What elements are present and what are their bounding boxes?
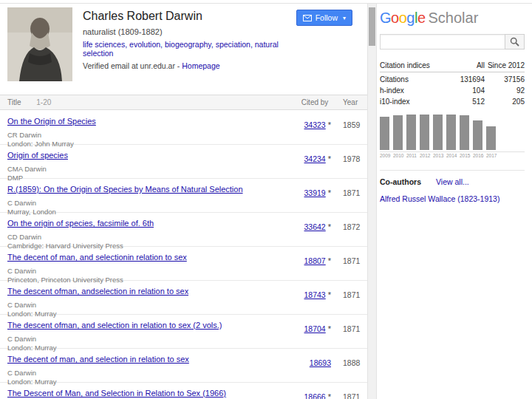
interest-link[interactable]: life sciences xyxy=(83,40,125,49)
publication-authors: C Darwin xyxy=(7,369,367,377)
publication-title-link[interactable]: The Descent of Man, and Selection in Rel… xyxy=(7,389,226,398)
histogram-bar xyxy=(473,120,482,150)
cited-by-link[interactable]: 18807 xyxy=(304,256,326,265)
interest-link[interactable]: speciation xyxy=(216,40,250,49)
interest-link[interactable]: evolution xyxy=(129,40,160,49)
publication-row: The decent of man, and selectionin relat… xyxy=(0,247,367,281)
histogram-bar-column xyxy=(433,115,443,150)
main-content: Charles Robert Darwin naturalist (1809-1… xyxy=(0,4,367,399)
profile-photo xyxy=(7,7,72,81)
search-button[interactable] xyxy=(505,34,525,50)
histogram-year-label: 2012 xyxy=(420,153,429,158)
publication-row: Origin of speciesCMA DarwinDMP34234*1978 xyxy=(0,145,367,179)
histogram-year-label: 2017 xyxy=(486,153,496,158)
publication-year: 1871 xyxy=(343,188,360,197)
cited-by-cell: 34323* xyxy=(290,120,331,129)
year-column-header[interactable]: Year xyxy=(343,95,358,109)
publication-row: The decent of man, and selection in rela… xyxy=(0,349,367,383)
histogram-year-label: 2016 xyxy=(473,153,482,158)
scholar-wordmark: Scholar xyxy=(429,10,479,26)
histogram-bar xyxy=(486,126,496,150)
profile-interests: life sciences, evolution, biogeography, … xyxy=(83,40,304,58)
publication-row: On the origin of species, facsimile of. … xyxy=(0,213,367,247)
view-all-link[interactable]: View all... xyxy=(436,177,469,186)
publication-year: 1871 xyxy=(343,290,360,299)
citation-indices-title: Citation indices xyxy=(380,61,451,69)
publication-title-link[interactable]: The descent ofman, andselection in relat… xyxy=(7,287,188,296)
histogram-bar xyxy=(380,117,389,150)
histogram-bar xyxy=(460,115,469,150)
histogram-year-labels: 200920102011201220132014201520162017 xyxy=(380,151,525,158)
scrollbar[interactable] xyxy=(367,4,377,399)
cited-by-link[interactable]: 18704 xyxy=(304,324,326,333)
h-index-all: 104 xyxy=(451,86,485,95)
histogram-year-label: 2015 xyxy=(460,153,469,158)
cited-by-link[interactable]: 34323 xyxy=(304,120,326,129)
citations-row: Citations 131694 37156 xyxy=(380,72,525,83)
cited-by-link[interactable]: 33919 xyxy=(304,188,326,197)
google-scholar-logo: GoogleScholar xyxy=(380,10,525,27)
publication-authors: CMA Darwin xyxy=(7,165,367,173)
cited-by-cell: 18807* xyxy=(290,256,331,265)
publication-title-link[interactable]: On the Origin of Species xyxy=(7,117,96,126)
publication-authors: CD Darwin xyxy=(7,233,367,241)
profile-info: Charles Robert Darwin naturalist (1809-1… xyxy=(83,10,304,70)
homepage-link[interactable]: Homepage xyxy=(182,61,219,70)
title-column-header[interactable]: Title xyxy=(7,98,21,106)
search-icon xyxy=(510,37,519,47)
citation-asterisk: * xyxy=(328,392,331,399)
publication-year: 1871 xyxy=(343,392,360,399)
cited-by-link[interactable]: 33642 xyxy=(304,222,326,231)
scrollbar-thumb[interactable] xyxy=(369,7,375,46)
interest-link[interactable]: biogeography xyxy=(165,40,211,49)
coauthor-link[interactable]: Alfred Russel Wallace (1823-1913) xyxy=(380,194,525,203)
citations-label: Citations xyxy=(380,75,451,83)
histogram-bar-column xyxy=(420,115,429,150)
i10-index-label: i10-index xyxy=(380,98,451,106)
verified-email: Verified email at unr.edu.ar - Homepage xyxy=(83,61,304,70)
publication-title-link[interactable]: Origin of species xyxy=(7,151,68,160)
logo-letter: o xyxy=(391,10,399,26)
cited-by-link[interactable]: 18666 xyxy=(304,392,326,399)
col-all: All xyxy=(451,61,485,69)
histogram-year-label: 2014 xyxy=(446,153,456,158)
coauthors-section: Co-authors View all... Alfred Russel Wal… xyxy=(380,170,525,203)
profile-name: Charles Robert Darwin xyxy=(83,10,304,23)
publication-authors: CR Darwin xyxy=(7,131,367,139)
publication-year: 1872 xyxy=(343,222,360,231)
logo-letter: G xyxy=(380,10,391,26)
cited-by-link[interactable]: 18743 xyxy=(304,290,326,299)
publications-table-header: Title 1-20 Cited by Year xyxy=(0,95,367,110)
search-bar xyxy=(380,34,525,50)
cited-by-column-header[interactable]: Cited by xyxy=(296,95,334,109)
publication-year: 1859 xyxy=(343,120,360,129)
citation-asterisk: * xyxy=(328,120,331,129)
logo-letter: e xyxy=(417,10,426,26)
publication-year: 1888 xyxy=(343,358,360,367)
cited-by-cell: 33919* xyxy=(290,188,331,197)
publication-title-link[interactable]: R.(1859): On the Origin of Species by Me… xyxy=(7,185,243,194)
citations-since: 37156 xyxy=(485,75,525,83)
histogram-bar xyxy=(446,115,456,150)
separator: - xyxy=(175,61,182,70)
cited-by-link[interactable]: 34234 xyxy=(304,154,326,163)
i10-index-row: i10-index 512 205 xyxy=(380,95,525,106)
cited-by-link[interactable]: 18693 xyxy=(310,358,331,367)
citation-asterisk: * xyxy=(328,188,331,197)
publication-title-link[interactable]: The decent of man, and selectionin relat… xyxy=(7,253,187,262)
histogram-bar-column xyxy=(406,115,416,150)
scholar-profile-page: Charles Robert Darwin naturalist (1809-1… xyxy=(0,0,532,399)
follow-button[interactable]: Follow ▾ xyxy=(296,10,352,26)
verified-email-text: Verified email at unr.edu.ar xyxy=(83,61,175,70)
publication-title-link[interactable]: The decent of man, and selection in rela… xyxy=(7,355,189,364)
histogram-bar-column xyxy=(380,115,389,150)
search-input[interactable] xyxy=(380,34,505,50)
publication-authors: C Darwin xyxy=(7,267,367,275)
citation-asterisk: * xyxy=(328,290,331,299)
histogram-bars xyxy=(380,115,525,150)
publication-title-link[interactable]: On the origin of species, facsimile of. … xyxy=(7,219,154,228)
citation-asterisk: * xyxy=(328,324,331,333)
publication-row: On the Origin of SpeciesCR DarwinLondon:… xyxy=(0,111,367,145)
publication-title-link[interactable]: The descent ofman, and selection in rela… xyxy=(7,321,222,330)
email-icon xyxy=(303,15,312,21)
